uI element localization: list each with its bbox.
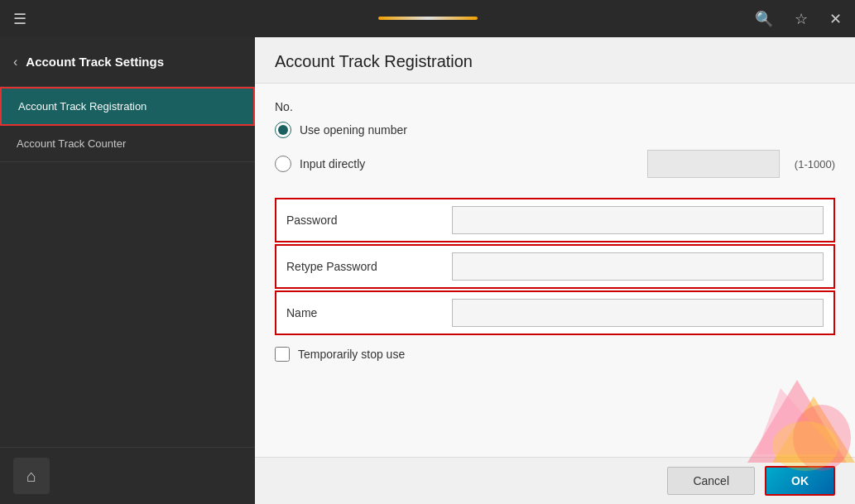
sidebar-item-counter[interactable]: Account Track Counter [0, 126, 255, 162]
content-area: Account Track Registration No. Use openi… [255, 37, 855, 504]
sidebar-title: Account Track Settings [26, 55, 164, 69]
stop-use-checkbox[interactable] [275, 347, 290, 362]
menu-button[interactable]: ☰ [10, 7, 30, 31]
password-label: Password [286, 214, 452, 227]
ok-button[interactable]: OK [765, 466, 835, 496]
no-label: No. [275, 100, 835, 113]
sidebar-footer: ⌂ [0, 447, 255, 504]
no-radio-group: Use opening number Input directly (1-100… [275, 122, 835, 178]
top-bar-right: 🔍 ☆ ✕ [752, 7, 845, 31]
stop-use-row: Temporarily stop use [275, 337, 835, 372]
radio-input-directly-label: Input directly [300, 157, 639, 170]
cancel-button[interactable]: Cancel [667, 467, 755, 495]
sidebar: ‹ Account Track Settings Account Track R… [0, 37, 255, 504]
sidebar-back-button[interactable]: ‹ [13, 55, 17, 70]
radio-use-opening-label: Use opening number [300, 123, 835, 137]
retype-password-input[interactable] [452, 252, 824, 281]
page-title: Account Track Registration [275, 52, 835, 71]
sidebar-nav: Account Track Registration Account Track… [0, 87, 255, 447]
main-layout: ‹ Account Track Settings Account Track R… [0, 37, 855, 504]
name-row: Name [275, 290, 835, 335]
password-input[interactable] [452, 206, 824, 234]
name-label: Name [286, 306, 452, 319]
content-body: No. Use opening number Input directly (1… [255, 84, 855, 457]
top-bar-center-decoration [378, 17, 478, 20]
star-button[interactable]: ☆ [791, 7, 811, 31]
radio-row-input-directly: Input directly (1-1000) [275, 150, 835, 178]
content-footer: Cancel OK [255, 457, 855, 504]
name-input[interactable] [452, 299, 824, 327]
top-bar: ☰ 🔍 ☆ ✕ [0, 0, 855, 37]
sidebar-header: ‹ Account Track Settings [0, 37, 255, 87]
radio-input-directly[interactable] [275, 156, 291, 172]
radio-row-use-opening: Use opening number [275, 122, 835, 138]
retype-password-row: Retype Password [275, 244, 835, 289]
stop-use-label: Temporarily stop use [298, 348, 405, 361]
top-bar-left: ☰ [10, 7, 30, 31]
number-input[interactable] [647, 150, 780, 178]
radio-use-opening[interactable] [275, 122, 291, 138]
search-button[interactable]: 🔍 [752, 7, 776, 31]
retype-password-label: Retype Password [286, 260, 452, 273]
home-button[interactable]: ⌂ [13, 458, 50, 494]
password-row: Password [275, 198, 835, 242]
content-header: Account Track Registration [255, 37, 855, 84]
range-label: (1-1000) [795, 158, 835, 170]
sidebar-item-registration[interactable]: Account Track Registration [0, 87, 255, 126]
close-button[interactable]: ✕ [826, 7, 845, 31]
